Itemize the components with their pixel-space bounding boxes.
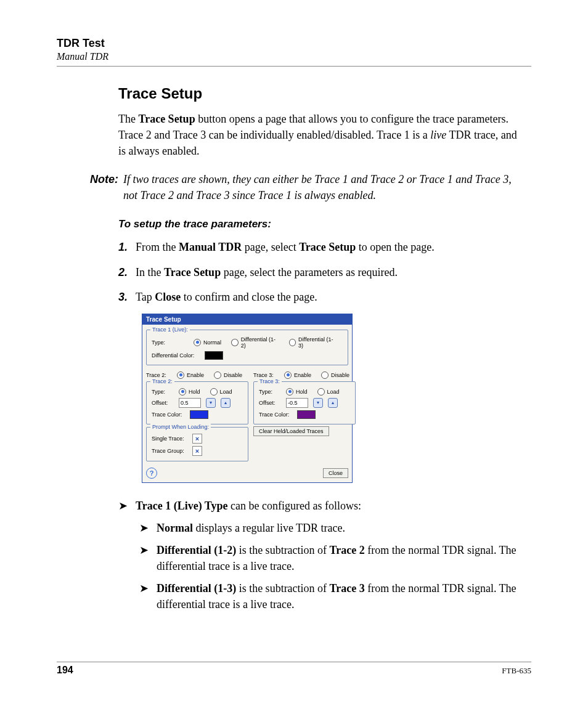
t2-offset-up[interactable]: ▴ xyxy=(221,398,231,408)
note-label: Note: xyxy=(75,171,123,203)
t3-offset-input[interactable]: -0.5 xyxy=(286,398,308,408)
prompt-fieldset: Prompt When Loading: Single Trace: × Tra… xyxy=(146,427,248,461)
step-3: 3. Tap Close to confirm and close the pa… xyxy=(118,289,519,305)
radio-diff13[interactable]: Differential (1-3) xyxy=(289,336,337,349)
header-divider xyxy=(57,66,531,67)
t2-offset-down[interactable]: ▾ xyxy=(206,398,216,408)
radio-t2-hold[interactable]: Hold xyxy=(179,388,200,396)
arrow-icon: ➤ xyxy=(139,580,157,612)
chapter-subtitle: Manual TDR xyxy=(57,51,531,62)
chk-single-trace[interactable]: × xyxy=(192,434,202,444)
arrow-icon: ➤ xyxy=(139,520,157,536)
chk-trace-group[interactable]: × xyxy=(192,446,202,456)
radio-normal[interactable]: Normal xyxy=(194,339,221,346)
note-block: Note: If two traces are shown, they can … xyxy=(75,171,519,203)
radio-t3-disable[interactable]: Disable xyxy=(321,371,349,379)
radio-t2-enable[interactable]: Enable xyxy=(177,371,204,379)
arrow-icon: ➤ xyxy=(139,542,157,574)
bullet-lead: ➤ Trace 1 (Live) Type can be configured … xyxy=(118,498,519,514)
section-heading: Trace Setup xyxy=(118,85,531,102)
sub-bullet-diff13: ➤ Differential (1-3) is the subtraction … xyxy=(139,580,519,612)
radio-t2-load[interactable]: Load xyxy=(210,388,232,396)
t3-offset-up[interactable]: ▴ xyxy=(328,398,338,408)
sub-bullet-normal: ➤ Normal displays a regular live TDR tra… xyxy=(139,520,519,536)
radio-t2-disable[interactable]: Disable xyxy=(214,371,242,379)
page-number: 194 xyxy=(57,665,73,676)
trace-setup-dialog: Trace Setup Trace 1 (Live): Type: Normal… xyxy=(142,314,353,483)
help-icon[interactable]: ? xyxy=(146,468,157,479)
trace3-fieldset: Trace 3: Type: Hold Load Offset: -0.5 ▾ … xyxy=(253,381,356,424)
t3-color-swatch[interactable] xyxy=(297,410,316,419)
step-1: 1. From the Manual TDR page, select Trac… xyxy=(118,239,519,255)
clear-traces-button[interactable]: Clear Held/Loaded Traces xyxy=(253,426,329,436)
trace1-fieldset: Trace 1 (Live): Type: Normal Differentia… xyxy=(146,330,348,365)
arrow-icon: ➤ xyxy=(118,498,136,514)
radio-t3-enable[interactable]: Enable xyxy=(284,371,311,379)
close-button[interactable]: Close xyxy=(323,468,348,478)
trace2-fieldset: Trace 2: Type: Hold Load Offset: 0.5 ▾ ▴ xyxy=(146,381,248,424)
radio-t3-load[interactable]: Load xyxy=(317,388,340,396)
radio-diff12[interactable]: Differential (1-2) xyxy=(231,336,279,349)
intro-paragraph: The Trace Setup button opens a page that… xyxy=(118,111,519,159)
note-text: If two traces are shown, they can either… xyxy=(123,171,519,203)
steps-intro: To setup the trace parameters: xyxy=(118,218,519,230)
dialog-titlebar: Trace Setup xyxy=(142,314,352,325)
radio-t3-hold[interactable]: Hold xyxy=(286,388,308,396)
chapter-title: TDR Test xyxy=(57,37,531,50)
sub-bullet-diff12: ➤ Differential (1-2) is the subtraction … xyxy=(139,542,519,574)
t2-offset-input[interactable]: 0.5 xyxy=(179,398,201,408)
step-2: 2. In the Trace Setup page, select the p… xyxy=(118,264,519,280)
t2-color-swatch[interactable] xyxy=(190,410,208,419)
t3-offset-down[interactable]: ▾ xyxy=(313,398,323,408)
document-id: FTB-635 xyxy=(502,666,531,676)
diff-color-swatch[interactable] xyxy=(205,351,223,360)
page-footer: 194 FTB-635 xyxy=(57,662,531,676)
